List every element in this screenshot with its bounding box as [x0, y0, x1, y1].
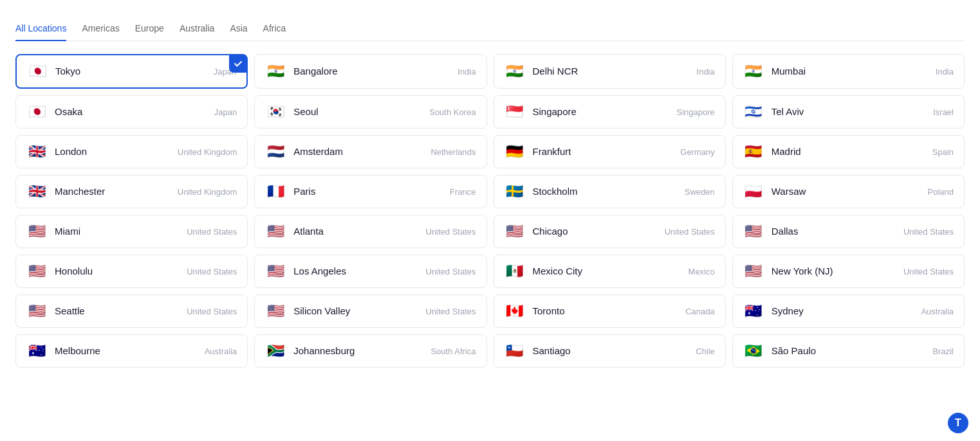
- location-card-honolulu[interactable]: 🇺🇸 Honolulu United States: [15, 255, 248, 288]
- country-name: United States: [420, 307, 476, 316]
- location-card-toronto[interactable]: 🇨🇦 Toronto Canada: [494, 294, 726, 328]
- selected-checkmark: [229, 55, 247, 73]
- location-info: Stockholm: [533, 186, 680, 197]
- city-name: Seoul: [293, 106, 318, 117]
- country-name: Canada: [680, 307, 715, 316]
- flag-icon: 🇸🇬: [504, 105, 525, 119]
- tab-all[interactable]: All Locations: [15, 23, 66, 41]
- location-info: Madrid: [772, 146, 927, 158]
- flag-icon: 🇨🇦: [504, 304, 525, 318]
- location-info: Warsaw: [772, 186, 923, 197]
- location-card-melbourne[interactable]: 🇦🇺 Melbourne Australia: [15, 334, 248, 368]
- location-info: Los Angeles: [293, 266, 420, 277]
- country-name: United States: [660, 227, 715, 237]
- country-name: India: [930, 67, 954, 76]
- tab-australia[interactable]: Australia: [180, 23, 214, 41]
- location-card-warsaw[interactable]: 🇵🇱 Warsaw Poland: [732, 175, 965, 208]
- tab-asia[interactable]: Asia: [230, 23, 247, 41]
- country-name: Japan: [209, 107, 237, 117]
- city-name: Singapore: [533, 106, 577, 117]
- location-info: Atlanta: [293, 226, 420, 237]
- city-name: Seattle: [55, 305, 85, 316]
- location-card-santiago[interactable]: 🇨🇱 Santiago Chile: [494, 334, 726, 368]
- flag-icon: 🇺🇸: [265, 304, 286, 318]
- flag-icon: 🇸🇪: [504, 184, 525, 199]
- location-card-são-paulo[interactable]: 🇧🇷 São Paulo Brazil: [732, 334, 965, 368]
- location-info: Toronto: [533, 305, 681, 317]
- country-name: United Kingdom: [172, 147, 237, 157]
- country-name: Australia: [916, 307, 954, 316]
- location-card-madrid[interactable]: 🇪🇸 Madrid Spain: [732, 135, 965, 168]
- location-card-sydney[interactable]: 🇦🇺 Sydney Australia: [732, 294, 965, 328]
- location-info: Mumbai: [772, 66, 930, 77]
- location-card-paris[interactable]: 🇫🇷 Paris France: [254, 175, 486, 208]
- location-info: Delhi NCR: [533, 66, 692, 77]
- location-card-frankfurt[interactable]: 🇩🇪 Frankfurt Germany: [494, 135, 726, 168]
- location-info: Singapore: [533, 106, 672, 118]
- location-card-bangalore[interactable]: 🇮🇳 Bangalore India: [254, 54, 486, 89]
- location-card-tel-aviv[interactable]: 🇮🇱 Tel Aviv Israel: [732, 95, 965, 129]
- location-card-seattle[interactable]: 🇺🇸 Seattle United States: [15, 294, 248, 328]
- city-name: Tel Aviv: [772, 106, 804, 117]
- location-info: Tokyo: [55, 66, 208, 77]
- location-card-tokyo[interactable]: 🇯🇵 Tokyo Japan: [15, 54, 248, 89]
- location-card-miami[interactable]: 🇺🇸 Miami United States: [15, 215, 248, 248]
- location-card-chicago[interactable]: 🇺🇸 Chicago United States: [494, 215, 726, 248]
- location-info: Amsterdam: [293, 146, 425, 158]
- flag-icon: 🇨🇱: [504, 344, 525, 358]
- city-name: São Paulo: [772, 345, 816, 356]
- location-card-atlanta[interactable]: 🇺🇸 Atlanta United States: [254, 215, 486, 248]
- flag-icon: 🇺🇸: [743, 264, 764, 278]
- location-card-amsterdam[interactable]: 🇳🇱 Amsterdam Netherlands: [254, 135, 486, 168]
- flag-icon: 🇺🇸: [265, 224, 286, 239]
- flag-icon: 🇬🇧: [26, 184, 47, 199]
- country-name: Mexico: [683, 267, 715, 276]
- location-info: Silicon Valley: [293, 305, 420, 317]
- city-name: Stockholm: [533, 186, 578, 197]
- location-card-mexico-city[interactable]: 🇲🇽 Mexico City Mexico: [494, 255, 726, 288]
- flag-icon: 🇮🇳: [504, 64, 525, 78]
- location-info: Seoul: [293, 106, 424, 118]
- country-name: Singapore: [671, 107, 714, 117]
- city-name: Toronto: [533, 305, 565, 316]
- city-name: Miami: [55, 226, 80, 237]
- flag-icon: 🇺🇸: [26, 264, 47, 278]
- location-info: Mexico City: [533, 266, 683, 277]
- location-card-singapore[interactable]: 🇸🇬 Singapore Singapore: [494, 95, 726, 129]
- locations-grid: 🇯🇵 Tokyo Japan 🇮🇳 Bangalore India 🇮🇳 Del…: [15, 54, 965, 368]
- location-card-stockholm[interactable]: 🇸🇪 Stockholm Sweden: [494, 175, 726, 208]
- flag-icon: 🇲🇽: [504, 264, 525, 278]
- location-card-silicon-valley[interactable]: 🇺🇸 Silicon Valley United States: [254, 294, 486, 328]
- city-name: Amsterdam: [293, 146, 343, 157]
- city-name: New York (NJ): [772, 266, 833, 276]
- flag-icon: 🇺🇸: [743, 224, 764, 239]
- location-card-delhi-ncr[interactable]: 🇮🇳 Delhi NCR India: [494, 54, 726, 89]
- tab-americas[interactable]: Americas: [82, 23, 119, 41]
- location-card-manchester[interactable]: 🇬🇧 Manchester United Kingdom: [15, 175, 248, 208]
- location-card-dallas[interactable]: 🇺🇸 Dallas United States: [732, 215, 965, 248]
- country-name: Spain: [927, 147, 954, 157]
- location-card-new-york-(nj)[interactable]: 🇺🇸 New York (NJ) United States: [732, 255, 965, 288]
- tab-europe[interactable]: Europe: [135, 23, 164, 41]
- tab-africa[interactable]: Africa: [263, 23, 286, 41]
- location-card-los-angeles[interactable]: 🇺🇸 Los Angeles United States: [254, 255, 486, 288]
- city-name: Chicago: [533, 226, 568, 237]
- country-name: Sweden: [680, 187, 715, 197]
- flag-icon: 🇿🇦: [265, 344, 286, 358]
- location-card-johannesburg[interactable]: 🇿🇦 Johannesburg South Africa: [254, 334, 486, 368]
- location-card-mumbai[interactable]: 🇮🇳 Mumbai India: [732, 54, 965, 89]
- flag-icon: 🇧🇷: [743, 344, 764, 358]
- location-card-seoul[interactable]: 🇰🇷 Seoul South Korea: [254, 95, 486, 129]
- city-name: Silicon Valley: [293, 305, 350, 316]
- location-info: Paris: [293, 186, 445, 197]
- city-name: Atlanta: [293, 226, 324, 237]
- location-info: Tel Aviv: [772, 106, 928, 118]
- location-info: Dallas: [772, 226, 898, 237]
- city-name: Mumbai: [772, 66, 806, 76]
- location-info: Johannesburg: [293, 345, 425, 357]
- country-name: United States: [181, 227, 237, 237]
- city-name: Paris: [293, 186, 315, 197]
- location-card-london[interactable]: 🇬🇧 London United Kingdom: [15, 135, 248, 168]
- location-card-osaka[interactable]: 🇯🇵 Osaka Japan: [15, 95, 248, 129]
- location-info: Manchester: [55, 186, 172, 197]
